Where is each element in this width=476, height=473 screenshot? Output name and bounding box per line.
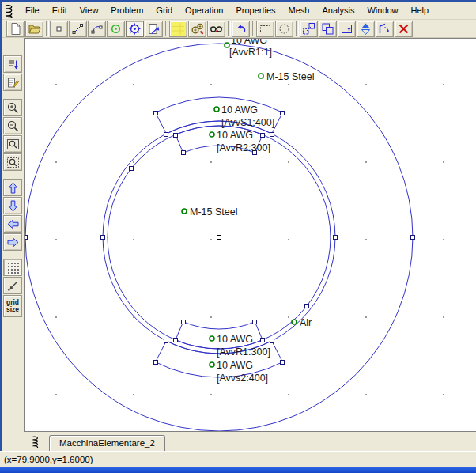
block-label-dot[interactable] (182, 209, 187, 214)
point-tool-button[interactable] (50, 21, 68, 37)
scale-icon (340, 22, 353, 36)
snap-arrow-icon (6, 279, 20, 293)
block-label-material: 10 AWG (231, 39, 267, 46)
node-handle[interactable] (174, 339, 178, 342)
block-label-dot[interactable] (210, 132, 214, 137)
select-circle-button[interactable] (275, 21, 293, 37)
block-label-tool-button[interactable] (107, 21, 125, 37)
menu-analysis[interactable]: Analysis (315, 3, 361, 18)
pan-left-button[interactable] (3, 215, 22, 233)
node-handle[interactable] (270, 133, 274, 137)
document-tab-bar: MacchinaElementare_2 (24, 432, 476, 451)
arc-tool-button[interactable] (88, 21, 106, 37)
menu-help[interactable]: Help (405, 3, 436, 18)
node-handle[interactable] (154, 112, 158, 115)
undo-button[interactable] (232, 21, 250, 37)
pan-down-button[interactable] (3, 197, 22, 214)
view-results-button[interactable] (207, 21, 225, 37)
block-label-dot[interactable] (210, 362, 214, 367)
drawing-canvas[interactable]: 10 AWG [AvvR1:1] M-15 Steel 10 AWG [AvvS… (25, 39, 475, 431)
node-handle[interactable] (174, 134, 178, 138)
scale-button[interactable] (338, 21, 356, 37)
grid-size-button[interactable]: grid size (3, 295, 22, 317)
rotate-button[interactable] (376, 21, 394, 37)
menu-problem[interactable]: Problem (104, 3, 149, 18)
group-select-tool-button[interactable] (126, 21, 144, 37)
document-tab[interactable]: MacchinaElementare_2 (49, 435, 165, 451)
node-handle[interactable] (164, 133, 168, 137)
block-label-dot[interactable] (210, 336, 214, 341)
properties-button[interactable] (145, 21, 163, 37)
analyze-button[interactable] (188, 21, 206, 37)
node-handle[interactable] (253, 320, 257, 324)
pan-up-button[interactable] (3, 179, 22, 196)
grid-size-label-line2: size (6, 306, 19, 313)
document-tab-label: MacchinaElementare_2 (59, 438, 155, 448)
node-handle[interactable] (25, 236, 28, 240)
block-label-material: 10 AWG (221, 104, 258, 115)
analyze-gears-icon (191, 22, 204, 36)
snap-to-grid-button[interactable] (3, 277, 22, 294)
menu-window[interactable]: Window (361, 3, 404, 18)
pan-right-button[interactable] (3, 233, 22, 251)
zoom-window-button[interactable] (3, 153, 22, 171)
toolbar-separator (44, 21, 50, 36)
zoom-out-button[interactable] (3, 117, 22, 134)
node-handle[interactable] (164, 339, 168, 343)
node-handle[interactable] (305, 305, 309, 308)
list-output-button[interactable] (3, 55, 22, 73)
node-handle[interactable] (130, 167, 134, 171)
grid-dots-icon (7, 262, 19, 274)
block-label-material: 10 AWG (217, 130, 253, 141)
menu-edit[interactable]: Edit (46, 3, 74, 18)
block-label-dot[interactable] (259, 74, 263, 78)
select-rectangle-button[interactable] (256, 21, 274, 37)
block-label-dot[interactable] (292, 320, 297, 324)
node-handle[interactable] (182, 320, 186, 324)
block-label-dot[interactable] (214, 107, 219, 112)
move-button[interactable] (300, 21, 318, 37)
node-handle[interactable] (261, 134, 265, 138)
menu-mesh[interactable]: Mesh (282, 3, 316, 18)
node-handle[interactable] (281, 112, 285, 115)
node-handle[interactable] (101, 236, 105, 240)
zoom-in-button[interactable] (3, 99, 22, 116)
block-label-material: M-15 Steel (266, 71, 314, 82)
menu-operation[interactable]: Operation (179, 3, 229, 18)
center-node-handle[interactable] (217, 236, 221, 240)
node-handle[interactable] (261, 339, 265, 342)
mirror-button[interactable] (357, 21, 375, 37)
open-button[interactable] (25, 21, 43, 37)
menu-file[interactable]: File (19, 3, 46, 18)
node-handle[interactable] (411, 236, 415, 240)
node-handle[interactable] (334, 236, 338, 240)
arrow-up-icon (6, 181, 20, 195)
block-label-icon (109, 22, 123, 36)
node-handle[interactable] (182, 151, 186, 155)
block-label-material: 10 AWG (217, 360, 253, 371)
node-handle[interactable] (154, 361, 158, 365)
copy-button[interactable] (319, 21, 337, 37)
node-handle[interactable] (270, 339, 274, 343)
menu-view[interactable]: View (74, 3, 105, 18)
block-label-material: Air (300, 317, 312, 328)
menu-properties[interactable]: Properties (229, 3, 281, 18)
new-button[interactable] (6, 21, 25, 37)
mesh-button[interactable] (169, 21, 187, 37)
edit-properties-button[interactable] (3, 74, 22, 91)
menu-grid[interactable]: Grid (149, 3, 179, 18)
node-handle[interactable] (281, 361, 285, 365)
move-icon (302, 22, 315, 36)
delete-button[interactable] (395, 21, 413, 37)
list-down-icon (6, 58, 20, 71)
cursor-coordinates: (x=79.9000,y=1.6000) (4, 455, 93, 464)
status-bar: (x=79.9000,y=1.6000) (0, 451, 476, 467)
line-tool-button[interactable] (69, 21, 87, 37)
femm-coil-icon[interactable] (3, 4, 16, 18)
stator-slot-top[interactable] (156, 97, 283, 134)
show-grid-button[interactable] (3, 259, 22, 276)
machine-geometry[interactable]: 10 AWG [AvvR1:1] M-15 Steel 10 AWG [AvvS… (25, 39, 475, 431)
zoom-extents-button[interactable] (3, 135, 22, 153)
mesh-grid-icon (172, 22, 185, 36)
mirror-icon (359, 22, 372, 36)
